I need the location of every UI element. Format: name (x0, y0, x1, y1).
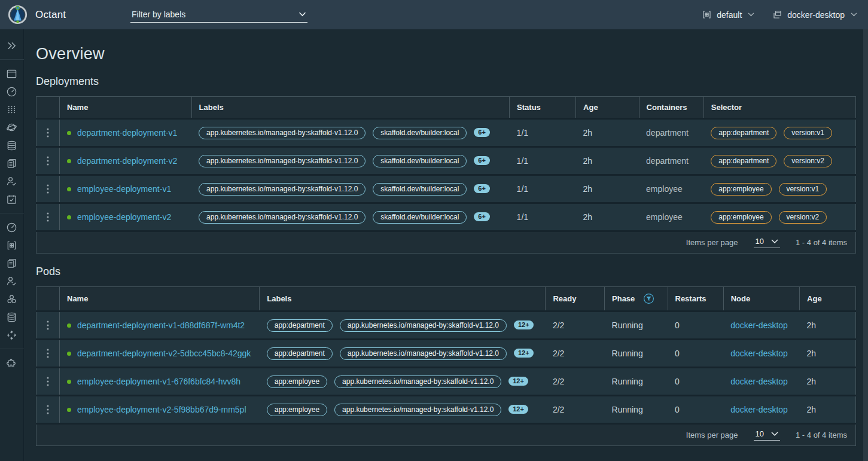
deployments-header-row: Name Labels Status Age Containers Select… (36, 97, 856, 119)
page-size-select[interactable]: 10 (754, 237, 780, 248)
containers-value: employee (639, 203, 703, 231)
deployment-link[interactable]: employee-deployment-v2 (77, 212, 171, 222)
chevron-down-icon[interactable] (299, 12, 306, 17)
sidebar-item-port-forwards[interactable] (0, 326, 24, 344)
context-icon (772, 10, 782, 20)
col-status: Status (510, 97, 576, 119)
sidebar-item-cluster-dashboard[interactable] (0, 218, 24, 236)
label-tag: skaffold.dev/builder:local (373, 211, 467, 224)
chevron-down-icon (771, 239, 778, 244)
col-restarts: Restarts (668, 287, 723, 312)
phase-filter-icon[interactable] (643, 293, 654, 304)
pod-link[interactable]: department-deployment-v1-d88df687f-wm4t2 (77, 320, 245, 330)
sidebar-item-copy[interactable] (0, 154, 24, 172)
scrollbar[interactable] (863, 29, 868, 461)
more-labels-badge[interactable]: 6+ (474, 128, 490, 137)
app-title: Octant (35, 9, 66, 21)
sidebar-item-custom-resources[interactable] (0, 254, 24, 272)
context-selector[interactable]: docker-desktop (772, 10, 857, 20)
more-labels-badge[interactable]: 6+ (474, 212, 490, 221)
sidebar-item-apps-grid[interactable] (0, 100, 24, 118)
row-actions-kebab[interactable] (36, 119, 60, 147)
sidebar-item-event-check[interactable] (0, 190, 24, 208)
page-size-select[interactable]: 10 (754, 429, 780, 441)
row-actions-kebab[interactable] (36, 340, 60, 368)
label-tag: app:employee (267, 404, 327, 416)
age-value: 2h (800, 312, 856, 340)
deployments-table: Name Labels Status Age Containers Select… (36, 96, 856, 254)
sidebar-item-overview-dashboard[interactable] (0, 83, 24, 100)
selector-tag: version:v1 (784, 127, 832, 139)
table-row: department-deployment-v2-5dbcc45bc8-42gg… (36, 340, 856, 368)
deployment-link[interactable]: department-deployment-v2 (77, 156, 177, 166)
selector-tag: app:employee (711, 183, 771, 196)
ready-value: 2/2 (546, 312, 605, 340)
table-row: department-deployment-v1-d88df687f-wm4t2… (36, 312, 856, 340)
sidebar-item-storage-2[interactable] (0, 308, 24, 326)
age-value: 2h (800, 396, 856, 424)
pagination-range: 1 - 4 of 4 items (796, 431, 847, 439)
sidebar-item-assign-user[interactable] (0, 172, 24, 190)
label-tag: app.kubernetes.io/managed-by:skaffold-v1… (340, 319, 507, 332)
kebab-column-header (36, 97, 60, 119)
row-actions-kebab[interactable] (36, 312, 60, 340)
node-link[interactable]: docker-desktop (730, 349, 788, 358)
row-actions-kebab[interactable] (36, 368, 60, 396)
pod-link[interactable]: department-deployment-v2-5dbcc45bc8-42gg… (77, 349, 251, 358)
table-row: employee-deployment-v2 app.kubernetes.io… (36, 203, 856, 231)
chevron-down-icon (851, 13, 857, 17)
label-tag: app.kubernetes.io/managed-by:skaffold-v1… (199, 211, 366, 224)
label-tag: skaffold.dev/builder:local (373, 127, 467, 139)
sidebar-item-network-globe[interactable] (0, 118, 24, 136)
restarts-value: 0 (668, 340, 723, 368)
deployment-link[interactable]: employee-deployment-v1 (77, 184, 171, 194)
col-labels: Labels (260, 287, 546, 312)
node-link[interactable]: docker-desktop (730, 377, 788, 386)
deployment-link[interactable]: department-deployment-v1 (77, 128, 177, 138)
containers-value: department (639, 147, 703, 175)
age-value: 2h (800, 368, 856, 396)
age-value: 2h (576, 147, 639, 175)
col-labels: Labels (191, 97, 510, 119)
containers-value: department (639, 119, 703, 147)
sidebar-item-applications[interactable] (0, 65, 24, 83)
row-actions-kebab[interactable] (36, 147, 60, 175)
status-value: 1/1 (510, 203, 576, 231)
node-link[interactable]: docker-desktop (730, 405, 788, 414)
sidebar-item-storage[interactable] (0, 136, 24, 154)
ready-value: 2/2 (546, 368, 605, 396)
age-value: 2h (576, 175, 639, 203)
more-labels-badge[interactable]: 12+ (514, 320, 534, 329)
sidebar-expand-button[interactable] (0, 36, 24, 54)
more-labels-badge[interactable]: 6+ (474, 156, 490, 165)
status-ok-dot (67, 187, 71, 191)
sidebar-item-rbac[interactable] (0, 272, 24, 290)
col-phase-label: Phase (612, 294, 635, 303)
sidebar-item-bundle[interactable] (0, 290, 24, 308)
items-per-page-label: Items per page (686, 431, 738, 439)
label-filter-input[interactable] (130, 7, 307, 23)
age-value: 2h (576, 119, 639, 147)
row-actions-kebab[interactable] (36, 203, 60, 231)
row-actions-kebab[interactable] (36, 175, 60, 203)
age-value: 2h (800, 340, 856, 368)
deployments-footer: Items per page 10 1 - 4 of 4 items (36, 231, 856, 254)
pod-link[interactable]: employee-deployment-v2-5f98bb67d9-mm5pl (77, 405, 246, 414)
sidebar-item-plugins[interactable] (0, 354, 24, 372)
more-labels-badge[interactable]: 12+ (508, 377, 528, 386)
namespace-selector[interactable]: default (702, 10, 754, 20)
row-actions-kebab[interactable] (36, 396, 60, 424)
deployments-section: Deployments Name Labels Status Age Conta… (36, 75, 856, 254)
more-labels-badge[interactable]: 6+ (474, 184, 490, 193)
pod-link[interactable]: employee-deployment-v1-676f6bfc84-hvv8h (77, 377, 240, 386)
age-value: 2h (576, 203, 639, 231)
more-labels-badge[interactable]: 12+ (514, 349, 534, 358)
more-labels-badge[interactable]: 12+ (508, 405, 528, 414)
label-tag: app.kubernetes.io/managed-by:skaffold-v1… (334, 375, 501, 388)
ready-value: 2/2 (546, 396, 605, 424)
node-link[interactable]: docker-desktop (730, 320, 788, 330)
phase-value: Running (605, 312, 668, 340)
label-tag: app.kubernetes.io/managed-by:skaffold-v1… (334, 404, 501, 416)
kebab-column-header (36, 287, 60, 312)
sidebar-item-namespaces[interactable] (0, 236, 24, 254)
